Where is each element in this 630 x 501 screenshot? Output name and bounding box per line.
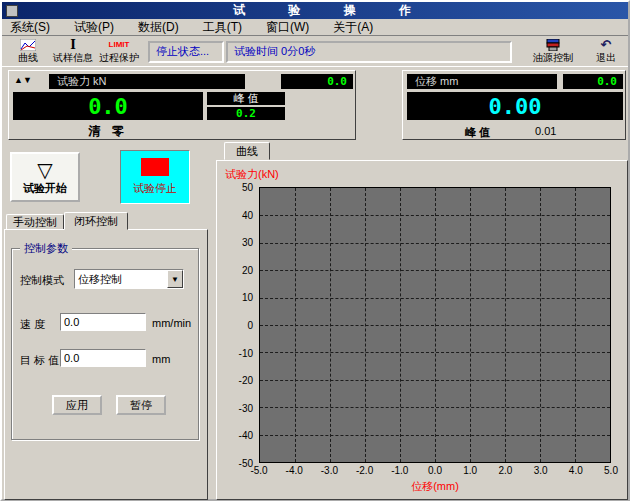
- x-tick-label: -1.0: [391, 465, 408, 476]
- force-value-display: 0.0: [13, 92, 203, 120]
- speed-input[interactable]: [60, 313, 146, 331]
- x-tick-label: 4.0: [569, 465, 583, 476]
- toolbar: 曲线 I 试样信息 LIMIT 过程保护 停止状态... 试验时间 0分0秒 油…: [2, 37, 628, 67]
- displacement-aux-value: 0.0: [597, 75, 617, 88]
- displacement-value-display: 0.00: [407, 92, 623, 120]
- test-start-label: 试验开始: [23, 181, 67, 196]
- test-start-button[interactable]: ▽ 试验开始: [10, 152, 80, 202]
- v-gridline: [400, 188, 401, 462]
- chart-tab-control: 曲线 试验力(kN) 50403020100-10-20-30-40-50 -5…: [216, 142, 628, 500]
- displacement-display-panel: 位移 mm 0.0 0.00 峰 值 0.01: [402, 70, 626, 140]
- control-tabs: 手动控制 闭环控制 控制参数 控制模式 位移控制 ▼ 速 度 mm/min 目 …: [4, 212, 208, 500]
- speed-label: 速 度: [20, 317, 45, 332]
- menu-item[interactable]: 关于(A): [325, 18, 389, 37]
- tab-manual-control[interactable]: 手动控制: [6, 214, 64, 230]
- specimen-info-icon: I: [70, 38, 76, 51]
- exit-label: 退出: [596, 51, 616, 65]
- app-icon: [6, 5, 18, 17]
- x-tick-label: -4.0: [286, 465, 303, 476]
- curve-button-label: 曲线: [18, 51, 38, 65]
- y-tick-label: 30: [242, 237, 253, 248]
- status-area: 停止状态... 试验时间 0分0秒: [148, 41, 512, 63]
- x-tick-label: -3.0: [321, 465, 338, 476]
- start-triangle-icon: ▽: [37, 159, 52, 181]
- menu-item[interactable]: 窗口(W): [258, 18, 325, 37]
- target-label: 目 标 值: [20, 353, 59, 368]
- x-tick-label: 2.0: [498, 465, 512, 476]
- y-tick-label: -40: [239, 430, 253, 441]
- x-tick-label: 5.0: [604, 465, 618, 476]
- displacement-peak-value: 0.01: [535, 125, 556, 137]
- window-title: 试 验 操 作: [22, 2, 628, 19]
- test-stop-button[interactable]: 试验停止: [120, 150, 190, 204]
- tab-closed-loop-control[interactable]: 闭环控制: [64, 212, 128, 230]
- tab-curve-label: 曲线: [236, 144, 258, 159]
- mode-label: 控制模式: [20, 273, 64, 288]
- force-title-text: 试验力 kN: [57, 74, 107, 89]
- clear-zero-button[interactable]: 清 零: [13, 123, 203, 140]
- apply-button-label: 应用: [66, 398, 88, 413]
- menu-item[interactable]: 试验(P): [66, 18, 130, 37]
- target-input[interactable]: [60, 349, 146, 367]
- tab-manual-label: 手动控制: [13, 215, 57, 230]
- force-title: 试验力 kN: [49, 74, 245, 89]
- dropdown-arrow-icon[interactable]: ▼: [167, 270, 183, 288]
- chart-panel: 试验力(kN) 50403020100-10-20-30-40-50 -5.0-…: [216, 160, 628, 500]
- menu-item[interactable]: 系统(S): [2, 18, 66, 37]
- mode-combobox[interactable]: 位移控制 ▼: [74, 269, 184, 289]
- y-tick-label: -30: [239, 402, 253, 413]
- x-axis-labels: -5.0-4.0-3.0-2.0-1.00.01.02.03.04.05.0: [259, 465, 611, 477]
- plot-area[interactable]: [259, 187, 611, 463]
- specimen-info-button[interactable]: I 试样信息: [50, 38, 96, 66]
- displacement-title: 位移 mm: [407, 74, 557, 89]
- oil-source-icon: [546, 38, 560, 51]
- specimen-info-label: 试样信息: [53, 51, 93, 65]
- v-gridline: [330, 188, 331, 462]
- displacement-aux-display: 0.0: [563, 74, 623, 89]
- mode-value: 位移控制: [75, 270, 167, 288]
- y-tick-label: 0: [247, 320, 253, 331]
- force-peak-label: 峰 值: [207, 92, 285, 105]
- speed-unit: mm/min: [152, 317, 191, 329]
- force-aux-value: 0.0: [327, 75, 347, 88]
- test-stop-label: 试验停止: [133, 181, 177, 196]
- exit-icon: ↶: [601, 38, 612, 51]
- menu-bar: 系统(S)试验(P)数据(D)工具(T)窗口(W)关于(A): [2, 19, 628, 36]
- oil-source-button[interactable]: 油源控制: [530, 38, 576, 66]
- closed-loop-tab-page: 控制参数 控制模式 位移控制 ▼ 速 度 mm/min 目 标 值 mm 应用 …: [4, 229, 208, 500]
- control-params-group: 控制参数 控制模式 位移控制 ▼ 速 度 mm/min 目 标 值 mm 应用 …: [11, 248, 199, 440]
- x-tick-label: -2.0: [356, 465, 373, 476]
- limit-icon: LIMIT: [109, 38, 130, 51]
- tab-curve[interactable]: 曲线: [224, 142, 270, 160]
- displacement-peak-label: 峰 值: [465, 125, 490, 140]
- v-gridline: [470, 188, 471, 462]
- force-aux-display: 0.0: [281, 74, 353, 89]
- y-tick-label: 10: [242, 292, 253, 303]
- v-gridline: [540, 188, 541, 462]
- chart-y-axis-title: 试验力(kN): [225, 167, 279, 182]
- curve-button[interactable]: 曲线: [6, 38, 50, 66]
- force-peak-display: 0.2: [207, 107, 285, 120]
- menu-item[interactable]: 工具(T): [195, 18, 258, 37]
- v-gridline: [365, 188, 366, 462]
- status-time: 试验时间 0分0秒: [226, 41, 512, 63]
- control-params-title: 控制参数: [20, 241, 72, 256]
- target-unit: mm: [152, 353, 170, 365]
- pause-button-label: 暂停: [130, 398, 152, 413]
- y-tick-label: -20: [239, 375, 253, 386]
- menu-item[interactable]: 数据(D): [130, 18, 195, 37]
- apply-button[interactable]: 应用: [52, 395, 102, 415]
- title-bar[interactable]: 试 验 操 作: [2, 2, 628, 19]
- x-tick-label: -5.0: [250, 465, 267, 476]
- pause-button[interactable]: 暂停: [116, 395, 166, 415]
- stop-square-icon: [141, 158, 169, 176]
- process-protection-button[interactable]: LIMIT 过程保护: [96, 38, 142, 66]
- force-peak-label-text: 峰 值: [233, 91, 258, 106]
- exit-button[interactable]: ↶ 退出: [584, 38, 628, 66]
- force-display-panel: ▲▼ 试验力 kN 0.0 0.0 峰 值 0.2 清 零: [8, 70, 356, 140]
- y-tick-label: -10: [239, 347, 253, 358]
- force-value: 0.0: [88, 94, 128, 119]
- x-tick-label: 1.0: [463, 465, 477, 476]
- v-gridline: [295, 188, 296, 462]
- process-protection-label: 过程保护: [99, 51, 139, 65]
